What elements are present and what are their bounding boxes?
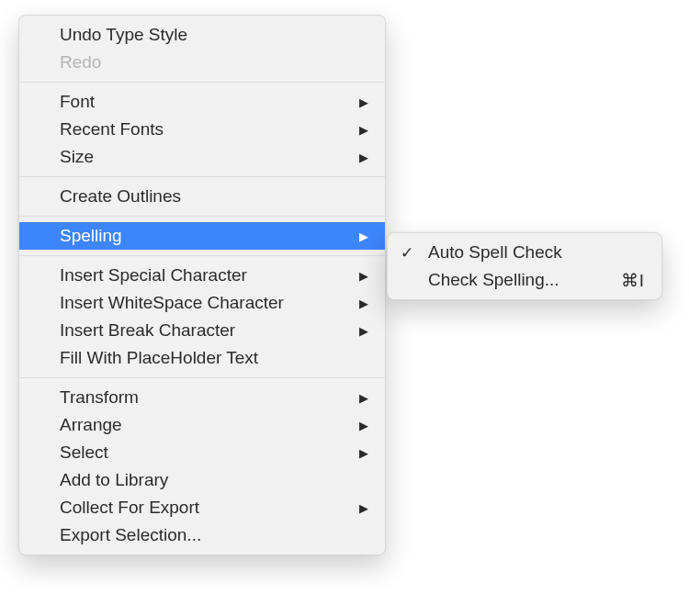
menu-item-label: Add to Library [60, 470, 368, 490]
menu-item-label: Insert Special Character [60, 265, 350, 286]
menu-item-label: Check Spelling... [428, 270, 608, 290]
menu-item-add-to-library[interactable]: Add to Library [19, 466, 385, 494]
menu-item-label: Redo [60, 52, 368, 73]
menu-item-label: Collect For Export [60, 498, 350, 518]
menu-item-label: Recent Fonts [60, 119, 350, 140]
menu-item-insert-break-character[interactable]: Insert Break Character ▶ [19, 317, 385, 344]
menu-item-insert-whitespace-character[interactable]: Insert WhiteSpace Character ▶ [19, 289, 385, 317]
menu-separator [19, 377, 385, 378]
menu-item-size[interactable]: Size ▶ [19, 143, 385, 171]
menu-item-label: Transform [60, 387, 350, 408]
menu-separator [19, 216, 385, 217]
keyboard-shortcut: ⌘I [621, 270, 645, 291]
context-menu: Undo Type Style Redo Font ▶ Recent Fonts… [18, 15, 386, 555]
menu-item-label: Arrange [60, 415, 350, 435]
menu-item-label: Insert Break Character [60, 320, 350, 341]
submenu-arrow-icon: ▶ [359, 96, 368, 108]
menu-item-label: Export Selection... [60, 525, 368, 545]
submenu-arrow-icon: ▶ [359, 392, 368, 404]
menu-item-select[interactable]: Select ▶ [19, 439, 385, 466]
menu-item-label: Font [60, 92, 350, 112]
spelling-submenu: ✓ Auto Spell Check Check Spelling... ⌘I [387, 232, 662, 300]
submenu-arrow-icon: ▶ [359, 230, 368, 242]
menu-separator [19, 176, 385, 177]
menu-separator [19, 82, 385, 83]
menu-item-label: Spelling [60, 226, 350, 246]
menu-item-fill-with-placeholder-text[interactable]: Fill With PlaceHolder Text [19, 344, 385, 372]
menu-item-create-outlines[interactable]: Create Outlines [19, 183, 385, 210]
menu-item-label: Size [60, 147, 350, 167]
menu-item-insert-special-character[interactable]: Insert Special Character ▶ [19, 262, 385, 289]
submenu-arrow-icon: ▶ [359, 151, 368, 163]
menu-item-transform[interactable]: Transform ▶ [19, 384, 385, 411]
menu-item-label: Select [60, 442, 350, 463]
menu-item-font[interactable]: Font ▶ [19, 88, 385, 116]
menu-item-export-selection[interactable]: Export Selection... [19, 521, 385, 549]
menu-item-undo[interactable]: Undo Type Style [19, 21, 385, 49]
menu-item-label: Fill With PlaceHolder Text [60, 348, 368, 368]
menu-item-arrange[interactable]: Arrange ▶ [19, 411, 385, 439]
submenu-item-check-spelling[interactable]: Check Spelling... ⌘I [388, 266, 661, 294]
submenu-arrow-icon: ▶ [359, 124, 368, 136]
menu-item-collect-for-export[interactable]: Collect For Export ▶ [19, 494, 385, 521]
menu-item-label: Create Outlines [60, 186, 368, 207]
menu-item-spelling[interactable]: Spelling ▶ [19, 222, 385, 250]
submenu-arrow-icon: ▶ [359, 502, 368, 514]
submenu-arrow-icon: ▶ [359, 297, 368, 309]
submenu-arrow-icon: ▶ [359, 420, 368, 431]
menu-item-label: Undo Type Style [60, 25, 368, 45]
menu-item-label: Auto Spell Check [428, 242, 645, 263]
checkmark-icon: ✓ [401, 245, 413, 261]
menu-separator [19, 255, 385, 256]
submenu-arrow-icon: ▶ [359, 325, 368, 337]
menu-item-redo: Redo [19, 49, 385, 76]
menu-item-label: Insert WhiteSpace Character [60, 293, 350, 313]
submenu-arrow-icon: ▶ [359, 447, 368, 459]
menu-item-recent-fonts[interactable]: Recent Fonts ▶ [19, 116, 385, 143]
submenu-item-auto-spell-check[interactable]: ✓ Auto Spell Check [388, 239, 661, 266]
submenu-arrow-icon: ▶ [359, 270, 368, 282]
